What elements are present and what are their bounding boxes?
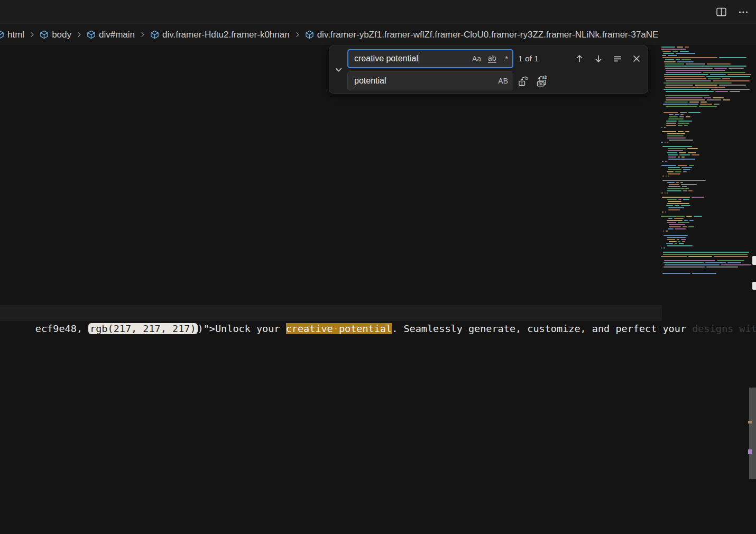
close-icon — [631, 53, 642, 64]
chevron-right-icon — [139, 31, 146, 39]
chevron-right-icon — [28, 31, 36, 39]
code-prefix: ecf9e48, — [35, 323, 88, 334]
breadcrumb: html body div#main div.framer-Hdtu2.fram… — [0, 24, 756, 45]
code-mid: )">Unlock your — [198, 323, 286, 334]
breadcrumb-item-html[interactable]: html — [0, 30, 24, 40]
symbol-element-icon — [87, 30, 96, 39]
preserve-case-button[interactable]: AB — [498, 77, 508, 85]
replace-row: potential AB b c — [347, 71, 643, 90]
close-find-button[interactable] — [631, 53, 642, 65]
previous-match-button[interactable] — [574, 53, 585, 65]
text-caret — [419, 53, 420, 63]
match-case-button[interactable]: Aa — [472, 55, 481, 62]
breadcrumb-label: html — [7, 30, 24, 40]
symbol-element-icon — [305, 30, 314, 39]
chevron-right-icon — [75, 31, 83, 39]
find-row: creative potential Aa ab .* 1 of 1 — [347, 49, 643, 68]
svg-text:ab: ab — [542, 75, 547, 80]
breadcrumb-item-div-framer-hdtu2[interactable]: div.framer-Hdtu2.framer-k0hnan — [150, 30, 290, 40]
chevron-down-icon — [334, 65, 344, 75]
color-literal-box: rgb(217, 217, 217) — [88, 323, 197, 334]
toggle-replace-button[interactable] — [329, 46, 347, 93]
chevron-right-icon — [293, 31, 301, 39]
more-actions-button[interactable] — [737, 6, 750, 19]
replace-all-icon: ab ac — [536, 75, 548, 87]
replace-all-icon-button[interactable]: ab ac — [536, 75, 547, 87]
scrollbar-decoration — [748, 449, 752, 454]
editor-line: ecf9e48, rgb(217, 217, 217))">Unlock you… — [0, 305, 756, 321]
replace-icon: b c — [518, 75, 530, 87]
replace-button[interactable]: b c — [518, 75, 529, 87]
replace-input[interactable]: potential AB — [347, 71, 513, 90]
scrollbar-decoration — [748, 421, 752, 423]
breadcrumb-item-div-framer-ybzf1[interactable]: div.framer-ybZf1.framer-wflZf.framer-Clo… — [305, 30, 659, 40]
scrollbar-slider[interactable] — [749, 388, 756, 479]
code-suffix: . Seamlessly generate, customize, and pe… — [392, 323, 692, 334]
editor-surface[interactable]: ecf9e48, rgb(217, 217, 217))">Unlock you… — [0, 45, 756, 534]
find-input[interactable]: creative potential Aa ab .* — [347, 49, 513, 68]
ellipsis-icon — [738, 7, 749, 17]
split-editor-icon — [716, 6, 727, 17]
selection-lines-icon — [612, 53, 623, 64]
title-bar — [0, 0, 756, 24]
next-match-button[interactable] — [593, 53, 604, 65]
find-match-current: creative·potential — [286, 323, 392, 334]
replace-input-value: potential — [354, 76, 386, 86]
whole-word-button[interactable]: ab — [488, 54, 496, 63]
symbol-element-icon — [40, 30, 49, 39]
overview-ruler-marker — [752, 256, 756, 265]
regex-button[interactable]: .* — [503, 55, 508, 62]
svg-text:c: c — [520, 80, 523, 86]
symbol-element-icon — [0, 30, 4, 39]
title-bar-actions — [715, 0, 750, 24]
breadcrumb-label: div.framer-ybZf1.framer-wflZf.framer-Clo… — [317, 30, 659, 40]
breadcrumb-label: div.framer-Hdtu2.framer-k0hnan — [162, 30, 290, 40]
breadcrumb-label: div#main — [99, 30, 135, 40]
find-widget: creative potential Aa ab .* 1 of 1 — [329, 45, 648, 94]
find-input-value: creative potential — [354, 54, 418, 63]
breadcrumb-item-div-main[interactable]: div#main — [87, 30, 135, 40]
breadcrumb-label: body — [52, 30, 71, 40]
svg-text:b: b — [525, 76, 528, 81]
arrow-up-icon — [574, 53, 585, 64]
symbol-element-icon — [150, 30, 159, 39]
code-dim-tail: designs with cu — [692, 323, 756, 334]
overview-ruler-marker — [752, 282, 756, 290]
whitespace-dot: · — [333, 323, 339, 334]
arrow-down-icon — [593, 53, 604, 64]
find-in-selection-button[interactable] — [612, 53, 623, 65]
find-results-count: 1 of 1 — [518, 54, 551, 63]
svg-text:ac: ac — [538, 81, 543, 86]
split-editor-button[interactable] — [715, 6, 727, 19]
breadcrumb-item-body[interactable]: body — [40, 30, 71, 40]
minimap[interactable] — [659, 45, 751, 299]
